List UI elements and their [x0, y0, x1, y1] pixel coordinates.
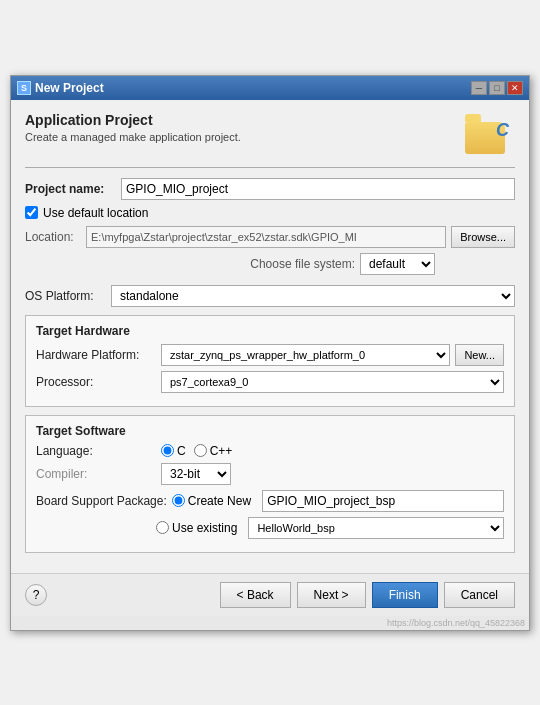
language-radio-group: C C++ — [161, 444, 504, 458]
target-hardware-section: Target Hardware Hardware Platform: zstar… — [25, 315, 515, 407]
location-display: E:\myfpga\Zstar\project\zstar_ex52\zstar… — [86, 226, 446, 248]
new-hardware-button[interactable]: New... — [455, 344, 504, 366]
app-icon: S — [17, 81, 31, 95]
next-button[interactable]: Next > — [297, 582, 366, 608]
header-section: Application Project Create a managed mak… — [25, 112, 515, 157]
location-row: Location: E:\myfpga\Zstar\project\zstar_… — [25, 226, 515, 248]
target-software-title: Target Software — [36, 424, 504, 438]
language-c-option[interactable]: C — [161, 444, 186, 458]
use-default-location-label: Use default location — [43, 206, 148, 220]
folder-letter: C — [496, 120, 509, 141]
compiler-row: Compiler: 32-bit — [36, 463, 504, 485]
bsp-label: Board Support Package: — [36, 494, 167, 508]
filesystem-select[interactable]: default — [360, 253, 435, 275]
window-title: New Project — [35, 81, 104, 95]
language-cpp-label: C++ — [210, 444, 233, 458]
bsp-existing-select[interactable]: HelloWorld_bsp — [248, 517, 504, 539]
location-label: Location: — [25, 230, 81, 244]
processor-label: Processor: — [36, 375, 156, 389]
hardware-platform-row: Hardware Platform: zstar_zynq_ps_wrapper… — [36, 344, 504, 366]
language-c-radio[interactable] — [161, 444, 174, 457]
bsp-use-existing-row: Use existing HelloWorld_bsp — [36, 517, 504, 539]
processor-row: Processor: ps7_cortexa9_0 — [36, 371, 504, 393]
bsp-use-existing-radio[interactable] — [156, 521, 169, 534]
use-default-location-row: Use default location — [25, 206, 515, 220]
window-controls: ─ □ ✕ — [471, 81, 523, 95]
minimize-button[interactable]: ─ — [471, 81, 487, 95]
header-text: Application Project Create a managed mak… — [25, 112, 241, 143]
language-cpp-radio[interactable] — [194, 444, 207, 457]
hardware-platform-label: Hardware Platform: — [36, 348, 156, 362]
project-name-label: Project name: — [25, 182, 115, 196]
filesystem-row: Choose file system: default — [25, 253, 515, 275]
os-platform-label: OS Platform: — [25, 289, 103, 303]
help-button[interactable]: ? — [25, 584, 47, 606]
bsp-use-existing-label: Use existing — [172, 521, 237, 535]
back-button[interactable]: < Back — [220, 582, 291, 608]
bsp-create-new-label: Create New — [188, 494, 251, 508]
header-divider — [25, 167, 515, 168]
dialog-subtitle: Create a managed make application projec… — [25, 131, 241, 143]
dialog-title: Application Project — [25, 112, 241, 128]
finish-button[interactable]: Finish — [372, 582, 438, 608]
bsp-create-new-row: Board Support Package: Create New — [36, 490, 504, 512]
project-name-row: Project name: — [25, 178, 515, 200]
filesystem-label: Choose file system: — [250, 257, 355, 271]
compiler-select[interactable]: 32-bit — [161, 463, 231, 485]
bsp-create-new-radio[interactable] — [172, 494, 185, 507]
watermark: https://blog.csdn.net/qq_45822368 — [11, 616, 529, 630]
bsp-use-existing-option[interactable]: Use existing — [156, 521, 237, 535]
target-software-section: Target Software Language: C C++ — [25, 415, 515, 553]
title-bar: S New Project ─ □ ✕ — [11, 76, 529, 100]
bsp-create-new-input[interactable] — [262, 490, 504, 512]
cancel-button[interactable]: Cancel — [444, 582, 515, 608]
footer-right: < Back Next > Finish Cancel — [220, 582, 515, 608]
header-icon: C — [465, 112, 515, 157]
maximize-button[interactable]: □ — [489, 81, 505, 95]
os-platform-row: OS Platform: standalone — [25, 285, 515, 307]
use-default-location-checkbox[interactable] — [25, 206, 38, 219]
language-row: Language: C C++ — [36, 444, 504, 458]
language-c-label: C — [177, 444, 186, 458]
compiler-label: Compiler: — [36, 467, 156, 481]
target-hardware-title: Target Hardware — [36, 324, 504, 338]
main-window: S New Project ─ □ ✕ Application Project … — [10, 75, 530, 631]
bsp-create-new-option[interactable]: Create New — [172, 494, 251, 508]
title-bar-left: S New Project — [17, 81, 104, 95]
language-label: Language: — [36, 444, 156, 458]
dialog-content: Application Project Create a managed mak… — [11, 100, 529, 573]
language-cpp-option[interactable]: C++ — [194, 444, 233, 458]
folder-icon: C — [465, 122, 505, 154]
processor-select[interactable]: ps7_cortexa9_0 — [161, 371, 504, 393]
footer-left: ? — [25, 584, 47, 606]
dialog-footer: ? < Back Next > Finish Cancel — [11, 573, 529, 616]
project-name-input[interactable] — [121, 178, 515, 200]
hardware-platform-select[interactable]: zstar_zynq_ps_wrapper_hw_platform_0 — [161, 344, 450, 366]
os-platform-select[interactable]: standalone — [111, 285, 515, 307]
browse-button[interactable]: Browse... — [451, 226, 515, 248]
close-button[interactable]: ✕ — [507, 81, 523, 95]
